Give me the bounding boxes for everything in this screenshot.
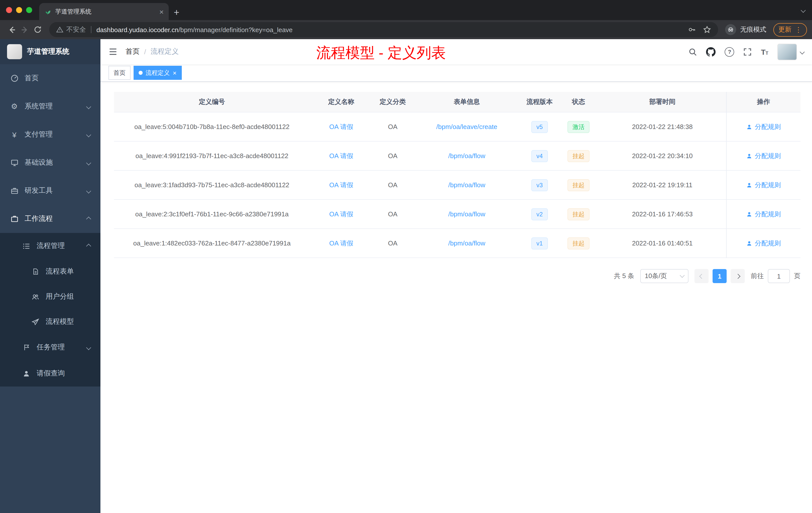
url-omnibox[interactable]: 不安全 dashboard.yudao.iocoder.cn/bpm/manag…	[49, 22, 718, 37]
assign-rule-button[interactable]: 分配规则	[746, 151, 781, 160]
sidebar-item-infrastructure[interactable]: 基础设施	[0, 149, 100, 177]
back-button[interactable]	[5, 23, 18, 36]
briefcase-icon	[10, 215, 19, 223]
url-host: dashboard.yudao.iocoder.cn	[96, 26, 178, 33]
form-link[interactable]: /bpm/oa/leave/create	[436, 123, 497, 130]
close-window-button[interactable]	[6, 7, 12, 13]
page-size-select[interactable]: 10条/页	[640, 269, 689, 283]
users-icon	[31, 293, 40, 300]
new-tab-button[interactable]: +	[174, 7, 179, 17]
tag-home[interactable]: 首页	[109, 66, 130, 80]
top-navbar: 首页 / 流程定义 流程模型 - 定义列表	[100, 39, 812, 64]
cell-deploy-time: 2022-01-22 21:48:38	[599, 123, 726, 130]
sidebar-item-task-management[interactable]: 任务管理	[0, 334, 100, 360]
browser-address-bar: 不安全 dashboard.yudao.iocoder.cn/bpm/manag…	[0, 20, 812, 39]
refresh-button[interactable]	[31, 23, 44, 36]
definition-name-link[interactable]: OA 请假	[329, 151, 353, 160]
cell-deploy-time: 2022-01-16 17:46:53	[599, 210, 726, 218]
sidebar-item-label: 流程模型	[46, 317, 74, 326]
status-badge: 挂起	[568, 150, 589, 162]
bookmark-star-icon[interactable]	[703, 26, 711, 34]
cell-deploy-time: 2022-01-22 20:34:10	[599, 152, 726, 160]
omnibox-divider	[91, 26, 91, 33]
fullscreen-icon[interactable]	[744, 48, 752, 56]
cell-category: OA	[373, 210, 413, 218]
column-header: 定义分类	[373, 97, 413, 107]
sidebar-item-leave-query[interactable]: 请假查询	[0, 360, 100, 387]
table-row: oa_leave:2:3c1f0ef1-76b1-11ec-9c66-a2380…	[114, 200, 801, 229]
avatar[interactable]	[777, 43, 797, 60]
page-number-current[interactable]: 1	[713, 269, 727, 283]
next-page-button[interactable]	[731, 269, 745, 283]
status-badge: 挂起	[568, 237, 589, 249]
sidebar-toggle-icon[interactable]	[109, 47, 117, 56]
document-icon	[31, 268, 40, 275]
browser-tab-strip: 芋道管理系统 × +	[0, 0, 812, 20]
breadcrumb-home[interactable]: 首页	[125, 47, 140, 56]
form-link[interactable]: /bpm/oa/flow	[448, 210, 485, 218]
yen-icon: ¥	[10, 130, 19, 139]
sidebar-item-process-form[interactable]: 流程表单	[0, 259, 100, 284]
prev-page-button[interactable]	[695, 269, 708, 283]
chevron-down-icon	[86, 104, 91, 109]
cell-category: OA	[373, 181, 413, 189]
form-link[interactable]: /bpm/oa/flow	[448, 239, 485, 247]
sidebar-item-user-group[interactable]: 用户分组	[0, 284, 100, 309]
browser-update-button[interactable]: 更新 ⋮	[773, 23, 807, 36]
assign-rule-button[interactable]: 分配规则	[746, 122, 781, 131]
column-header: 操作	[726, 92, 801, 112]
search-icon[interactable]	[689, 48, 697, 56]
security-label[interactable]: 不安全	[66, 25, 86, 34]
tag-label: 流程定义	[146, 68, 170, 77]
page-size-value: 10条/页	[645, 272, 667, 280]
sidebar-item-system[interactable]: ⚙ 系统管理	[0, 92, 100, 120]
definition-name-link[interactable]: OA 请假	[329, 239, 353, 248]
column-header: 部署时间	[599, 97, 726, 107]
form-link[interactable]: /bpm/oa/flow	[448, 152, 485, 160]
assign-rule-button[interactable]: 分配规则	[746, 210, 781, 219]
sidebar-item-label: 任务管理	[37, 343, 65, 352]
app-logo[interactable]: 芋道管理系统	[0, 39, 100, 64]
sidebar-item-workflow[interactable]: 工作流程	[0, 205, 100, 233]
cell-deploy-time: 2022-01-22 19:19:11	[599, 181, 726, 189]
form-link[interactable]: /bpm/oa/flow	[448, 181, 485, 189]
app-title: 芋道管理系统	[27, 47, 69, 56]
chevron-up-icon	[86, 243, 91, 248]
sidebar-item-process-management[interactable]: 流程管理	[0, 233, 100, 259]
sidebar-item-process-model[interactable]: 流程模型	[0, 309, 100, 334]
sidebar-item-home[interactable]: 首页	[0, 64, 100, 92]
incognito-icon	[725, 24, 736, 35]
column-header: 流程版本	[521, 97, 558, 107]
active-dot-icon	[139, 71, 143, 75]
goto-page-input[interactable]	[768, 269, 790, 283]
browser-tab[interactable]: 芋道管理系统 ×	[39, 3, 169, 20]
font-size-icon[interactable]: TT	[761, 48, 768, 56]
sidebar-item-payment[interactable]: ¥ 支付管理	[0, 120, 100, 149]
user-menu[interactable]	[777, 43, 804, 60]
chevron-down-icon	[86, 132, 91, 137]
tab-search-chevron-icon[interactable]	[802, 5, 805, 14]
maximize-window-button[interactable]	[26, 7, 32, 13]
key-icon[interactable]	[688, 26, 696, 34]
sidebar-item-devtools[interactable]: 研发工具	[0, 177, 100, 205]
minimize-window-button[interactable]	[16, 7, 22, 13]
help-icon[interactable]: ?	[725, 47, 734, 57]
browser-menu-dots-icon[interactable]: ⋮	[795, 26, 802, 34]
sidebar-item-label: 支付管理	[25, 130, 53, 139]
tab-close-icon[interactable]: ×	[159, 8, 164, 15]
assign-rule-button[interactable]: 分配规则	[746, 180, 781, 189]
github-icon[interactable]	[706, 47, 716, 57]
assign-rule-button[interactable]: 分配规则	[746, 239, 781, 248]
breadcrumb-current: 流程定义	[151, 47, 179, 56]
tag-close-icon[interactable]: ×	[173, 69, 176, 76]
definition-name-link[interactable]: OA 请假	[329, 180, 353, 189]
chevron-down-icon	[86, 345, 91, 350]
table-row: oa_leave:5:004b710b-7b8a-11ec-8ef0-acde4…	[114, 113, 801, 142]
tag-process-definition[interactable]: 流程定义 ×	[134, 66, 181, 80]
forward-button[interactable]	[18, 23, 31, 36]
chevron-down-icon	[680, 273, 685, 278]
definition-name-link[interactable]: OA 请假	[329, 210, 353, 219]
chevron-down-icon	[86, 160, 91, 165]
definition-name-link[interactable]: OA 请假	[329, 122, 353, 131]
page-content: 定义编号 定义名称 定义分类 表单信息 流程版本 状态 部署时间 操作 oa_l…	[100, 82, 812, 513]
